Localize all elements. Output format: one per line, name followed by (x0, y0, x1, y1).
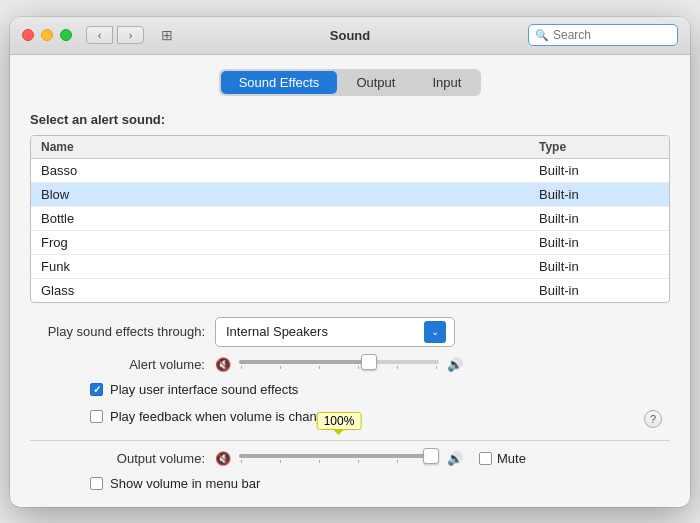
search-icon: 🔍 (535, 29, 549, 42)
output-volume-fill (239, 454, 439, 458)
alert-sound-label: Select an alert sound: (30, 112, 670, 127)
mute-label: Mute (497, 451, 526, 466)
tick (397, 366, 398, 369)
sound-name: Funk (41, 259, 539, 274)
tab-sound-effects[interactable]: Sound Effects (221, 71, 338, 94)
table-row[interactable]: Basso Built-in (31, 159, 669, 183)
forward-icon: › (129, 29, 133, 41)
output-volume-track[interactable] (239, 454, 439, 458)
table-row[interactable]: Funk Built-in (31, 255, 669, 279)
tooltip-value: 100% (324, 414, 355, 428)
tick (358, 460, 359, 463)
back-icon: ‹ (98, 29, 102, 41)
tick (319, 366, 320, 369)
window-title: Sound (330, 28, 370, 43)
speaker-device-label: Internal Speakers (226, 324, 328, 339)
alert-volume-row: Alert volume: 🔇 (30, 357, 670, 372)
alert-volume-thumb[interactable] (361, 354, 377, 370)
tooltip-arrow (334, 430, 344, 435)
dropdown-arrow: ⌄ (424, 321, 446, 343)
play-through-label: Play sound effects through: (30, 324, 205, 339)
sound-type: Built-in (539, 163, 659, 178)
traffic-lights (22, 29, 72, 41)
sound-type: Built-in (539, 211, 659, 226)
output-volume-label: Output volume: (30, 451, 205, 466)
col-name-header: Name (41, 140, 539, 154)
output-volume-low-icon: 🔇 (215, 451, 231, 466)
sound-name: Basso (41, 163, 539, 178)
tick (358, 366, 359, 369)
back-button[interactable]: ‹ (86, 26, 113, 44)
close-button[interactable] (22, 29, 34, 41)
alert-volume-track[interactable] (239, 360, 439, 364)
nav-buttons: ‹ › (86, 26, 144, 44)
divider (30, 440, 670, 441)
alert-volume-label: Alert volume: (30, 357, 205, 372)
slider-ticks (239, 460, 439, 463)
sound-name: Glass (41, 283, 539, 298)
sound-name: Bottle (41, 211, 539, 226)
maximize-button[interactable] (60, 29, 72, 41)
play-ui-sounds-row: Play user interface sound effects (90, 382, 298, 397)
search-box[interactable]: 🔍 (528, 24, 678, 46)
titlebar: ‹ › ⊞ Sound 🔍 (10, 17, 690, 55)
tab-input[interactable]: Input (414, 71, 479, 94)
mute-row: Mute (479, 451, 526, 466)
table-header: Name Type (31, 136, 669, 159)
tick (436, 366, 437, 369)
output-volume-thumb[interactable] (423, 448, 439, 464)
volume-tooltip: 100% (317, 412, 362, 430)
sound-type: Built-in (539, 235, 659, 250)
tick (241, 366, 242, 369)
tick (280, 460, 281, 463)
mute-checkbox[interactable] (479, 452, 492, 465)
volume-low-icon: 🔇 (215, 357, 231, 372)
tabs-container: Sound Effects Output Input (30, 69, 670, 96)
help-button[interactable]: ? (644, 410, 662, 428)
alert-volume-slider-row: 🔇 🔊 (215, 357, 463, 372)
play-feedback-checkbox[interactable] (90, 410, 103, 423)
play-ui-sounds-checkbox[interactable] (90, 383, 103, 396)
tick (241, 460, 242, 463)
alert-volume-fill (239, 360, 369, 364)
output-volume-row: Output volume: 🔇 100% (30, 451, 670, 466)
sound-type: Built-in (539, 259, 659, 274)
show-menu-bar-row: Show volume in menu bar (90, 476, 670, 491)
show-menu-bar-label: Show volume in menu bar (110, 476, 260, 491)
play-ui-sounds-label: Play user interface sound effects (110, 382, 298, 397)
tick (280, 366, 281, 369)
play-feedback-row: Play feedback when volume is changed (90, 409, 338, 424)
table-row[interactable]: Bottle Built-in (31, 207, 669, 231)
chevron-down-icon: ⌄ (431, 326, 439, 337)
main-window: ‹ › ⊞ Sound 🔍 Sound Effects Output Input… (10, 17, 690, 507)
tick (319, 460, 320, 463)
output-volume-high-icon: 🔊 (447, 451, 463, 466)
volume-high-icon: 🔊 (447, 357, 463, 372)
grid-icon: ⊞ (161, 27, 173, 43)
content-area: Sound Effects Output Input Select an ale… (10, 55, 690, 507)
table-row[interactable]: Blow Built-in (31, 183, 669, 207)
sounds-table: Name Type Basso Built-in Blow Built-in B… (30, 135, 670, 303)
table-row[interactable]: Glass Built-in (31, 279, 669, 302)
slider-ticks (239, 366, 439, 369)
show-menu-bar-checkbox[interactable] (90, 477, 103, 490)
sound-name: Frog (41, 235, 539, 250)
play-through-row: Play sound effects through: Internal Spe… (30, 317, 670, 347)
speaker-dropdown[interactable]: Internal Speakers ⌄ (215, 317, 455, 347)
tabs: Sound Effects Output Input (219, 69, 482, 96)
col-type-header: Type (539, 140, 659, 154)
sound-type: Built-in (539, 283, 659, 298)
search-input[interactable] (553, 28, 671, 42)
grid-button[interactable]: ⊞ (152, 25, 182, 45)
play-feedback-label: Play feedback when volume is changed (110, 409, 338, 424)
minimize-button[interactable] (41, 29, 53, 41)
tick (397, 460, 398, 463)
table-row[interactable]: Frog Built-in (31, 231, 669, 255)
sound-type: Built-in (539, 187, 659, 202)
output-volume-slider-row: 🔇 100% (215, 451, 526, 466)
sound-name: Blow (41, 187, 539, 202)
forward-button[interactable]: › (117, 26, 144, 44)
tab-output[interactable]: Output (338, 71, 413, 94)
